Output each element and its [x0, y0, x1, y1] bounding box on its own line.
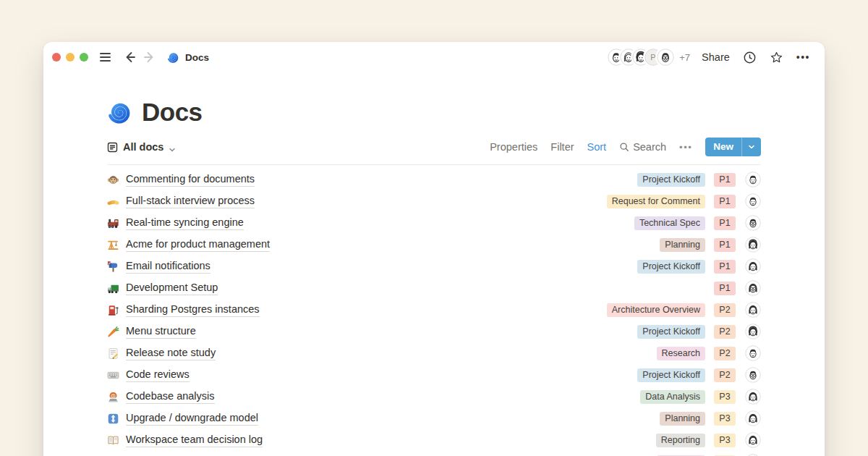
titlebar: Docs P +7 Share ••• — [43, 42, 825, 72]
memo-pencil-icon — [107, 347, 119, 360]
doc-row[interactable]: Real-time syncing engineTechnical SpecP1 — [107, 212, 761, 234]
new-button[interactable]: New — [705, 138, 761, 156]
priority-tag: P2 — [714, 347, 736, 360]
doc-row[interactable]: Performance review feedbackResearchP3 — [107, 451, 761, 456]
doc-row[interactable]: Upgrade / downgrade modelPlanningP3 — [107, 408, 761, 429]
sidebar-toggle-icon[interactable] — [100, 53, 111, 61]
collaborator-avatar[interactable] — [657, 48, 674, 66]
owner-avatar[interactable] — [745, 367, 761, 383]
owner-avatar[interactable] — [745, 302, 761, 318]
doc-list: Commenting for documentsProject KickoffP… — [107, 169, 761, 456]
chevron-down-icon — [748, 143, 755, 151]
new-button-dropdown[interactable] — [741, 138, 761, 156]
doc-type-tag: Planning — [660, 238, 705, 252]
fuel-pump-icon — [107, 304, 119, 316]
page-content: Docs All docs Properties Filter Sort Sea… — [43, 97, 825, 456]
doc-row[interactable]: Commenting for documentsProject KickoffP… — [107, 169, 761, 190]
owner-avatar[interactable] — [745, 345, 761, 361]
doc-type-tag: Architecture Overview — [607, 303, 705, 317]
filter-button[interactable]: Filter — [550, 141, 574, 153]
close-window-button[interactable] — [52, 53, 61, 62]
monkey-face-icon — [107, 174, 119, 186]
favorite-star-icon[interactable] — [770, 51, 783, 64]
doc-row[interactable]: Codebase analysisData AnalysisP3 — [107, 386, 761, 408]
doc-row[interactable]: Sharding Postgres instancesArchitecture … — [107, 299, 761, 321]
doc-row[interactable]: Workspace team decision logReportingP3 — [107, 429, 761, 451]
owner-avatar[interactable] — [745, 172, 761, 187]
mailbox-icon — [107, 261, 119, 273]
history-clock-icon[interactable] — [743, 51, 757, 64]
priority-tag: P1 — [714, 282, 736, 295]
owner-avatar[interactable] — [745, 237, 761, 253]
priority-tag: P1 — [714, 238, 736, 252]
up-down-arrows-icon — [107, 413, 119, 425]
sort-button[interactable]: Sort — [587, 141, 607, 153]
doc-view-icon — [107, 142, 118, 153]
priority-tag: P1 — [714, 260, 736, 274]
zoom-window-button[interactable] — [80, 53, 88, 62]
open-book-icon — [107, 434, 119, 447]
doc-row[interactable]: Development SetupP1 — [107, 277, 761, 299]
toolbar-actions: Properties Filter Sort Search ••• New — [490, 138, 761, 156]
doc-title-link[interactable]: Release note study — [126, 346, 216, 360]
doc-type-tag: Reporting — [656, 434, 705, 447]
owner-avatar[interactable] — [745, 215, 761, 231]
doc-title-link[interactable]: Upgrade / downgrade model — [126, 411, 258, 426]
doc-row[interactable]: Acme for product managementPlanningP1 — [107, 234, 761, 256]
doc-row[interactable]: Full-stack interview processRequest for … — [107, 190, 761, 212]
locomotive-icon — [107, 217, 119, 229]
window-controls — [52, 53, 88, 62]
window-more-options-button[interactable]: ••• — [796, 51, 810, 63]
app-window: Docs P +7 Share ••• Docs All docs — [43, 42, 825, 456]
priority-tag: P3 — [714, 412, 736, 426]
doc-row[interactable]: Release note studyResearchP2 — [107, 342, 761, 364]
owner-avatar[interactable] — [745, 280, 761, 296]
doc-type-tag: Research — [657, 347, 706, 360]
search-icon — [619, 142, 629, 152]
carrot-icon — [107, 326, 119, 338]
owner-avatar[interactable] — [745, 193, 761, 209]
minimize-window-button[interactable] — [66, 53, 75, 62]
doc-title-link[interactable]: Menu structure — [126, 324, 196, 339]
doc-title-link[interactable]: Workspace team decision log — [126, 433, 263, 447]
doc-type-tag: Data Analysis — [640, 390, 705, 404]
owner-avatar[interactable] — [745, 432, 761, 448]
doc-title-link[interactable]: Sharding Postgres instances — [126, 303, 260, 317]
view-switcher[interactable]: All docs — [107, 141, 176, 153]
doc-title-link[interactable]: Commenting for documents — [126, 172, 255, 187]
doc-title-link[interactable]: Email notifications — [126, 259, 210, 274]
toolbar-more-options-button[interactable]: ••• — [679, 142, 692, 153]
doc-title-link[interactable]: Real-time syncing engine — [126, 216, 244, 230]
doc-type-tag: Project Kickoff — [637, 325, 705, 339]
doc-row[interactable]: Menu structureProject KickoffP2 — [107, 321, 761, 342]
doc-title-link[interactable]: Codebase analysis — [126, 389, 215, 404]
properties-button[interactable]: Properties — [490, 141, 537, 153]
doc-title-link[interactable]: Development Setup — [126, 281, 218, 295]
chevron-down-icon — [169, 143, 176, 151]
owner-avatar[interactable] — [745, 258, 761, 274]
back-arrow-icon[interactable] — [122, 50, 137, 64]
forward-arrow-icon[interactable] — [142, 50, 157, 64]
new-button-label[interactable]: New — [705, 138, 741, 156]
view-switcher-label: All docs — [123, 141, 163, 153]
building-crane-icon — [107, 239, 119, 251]
owner-avatar[interactable] — [745, 389, 761, 405]
doc-title-link[interactable]: Acme for product management — [126, 237, 270, 252]
doc-row[interactable]: Code reviewsProject KickoffP2 — [107, 364, 761, 386]
priority-tag: P1 — [714, 173, 736, 187]
doc-row[interactable]: Email notificationsProject KickoffP1 — [107, 256, 761, 277]
owner-avatar[interactable] — [745, 410, 761, 426]
search-button[interactable]: Search — [619, 141, 666, 153]
doc-title-link[interactable]: Code reviews — [126, 368, 190, 382]
doc-type-tag: Planning — [660, 412, 705, 426]
priority-tag: P2 — [714, 368, 736, 382]
share-button[interactable]: Share — [702, 51, 730, 63]
collaborator-overflow-count[interactable]: +7 — [679, 52, 690, 63]
collaborator-avatar-stack[interactable]: P — [608, 48, 674, 66]
doc-type-tag: Technical Spec — [634, 216, 705, 230]
doc-type-tag: Request for Comment — [607, 195, 705, 208]
priority-tag: P1 — [714, 195, 736, 208]
doc-title-link[interactable]: Full-stack interview process — [126, 194, 255, 208]
database-toolbar: All docs Properties Filter Sort Search •… — [107, 138, 761, 165]
owner-avatar[interactable] — [745, 324, 761, 339]
